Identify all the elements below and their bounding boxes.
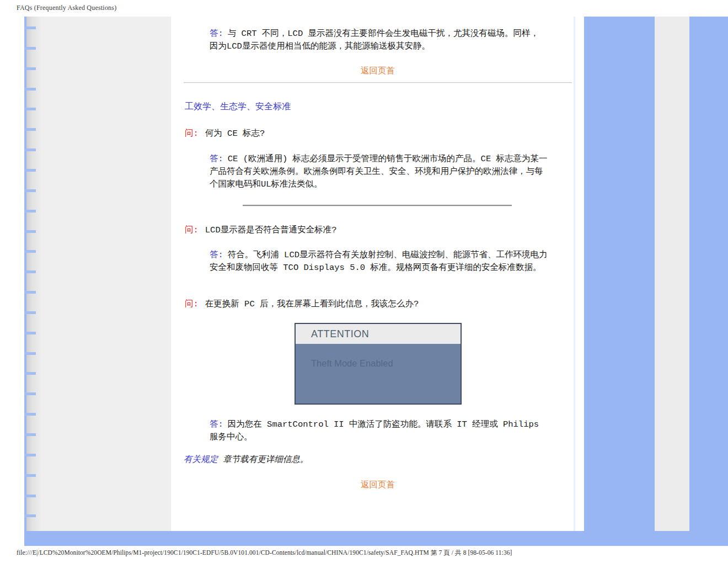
sidebar-link-placeholder[interactable] — [24, 26, 36, 29]
sidebar-link-placeholder[interactable] — [24, 372, 36, 375]
question-label: 问: — [185, 129, 199, 139]
back-to-top-link[interactable]: 返回页首 — [184, 479, 572, 492]
answer-label: 答: — [210, 154, 223, 164]
question-text: 在更换新 PC 后，我在屏幕上看到此信息，我该怎么办? — [205, 299, 419, 309]
sidebar-link-placeholder[interactable] — [24, 250, 36, 253]
question-text: LCD显示器是否符合普通安全标准? — [205, 225, 337, 235]
dialog-body: Theft Mode Enabled — [296, 344, 461, 403]
answer-label: 答: — [210, 29, 223, 39]
page-title: FAQs (Frequently Asked Questions) — [17, 4, 116, 12]
status-bar: file:///E|/LCD%20Monitor%20OEM/Philips/M… — [17, 549, 722, 557]
sidebar-link-placeholder[interactable] — [24, 392, 36, 395]
sidebar-link-placeholder[interactable] — [24, 495, 36, 497]
regulation-note: 有关规定 章节载有更详细信息。 — [184, 454, 559, 466]
main-content: 答:与 CRT 不同，LCD 显示器没有主要部件会生发电磁干扰，尤其没有磁场。同… — [184, 17, 572, 531]
answer-text: CE (欧洲通用) 标志必须显示于受管理的销售于欧洲市场的产品。CE 标志意为某… — [210, 154, 548, 189]
sidebar-link-placeholder[interactable] — [24, 148, 36, 151]
sidebar-link-placeholder[interactable] — [24, 413, 36, 416]
attention-dialog-image: ATTENTION Theft Mode Enabled — [295, 323, 462, 405]
sidebar-link-placeholder[interactable] — [24, 210, 36, 213]
answer-emc: 答:与 CRT 不同，LCD 显示器没有主要部件会生发电磁干扰，尤其没有磁场。同… — [210, 28, 547, 53]
sidebar-link-placeholder[interactable] — [24, 108, 36, 110]
sidebar-link-placeholder[interactable] — [24, 454, 36, 456]
sidebar-link-placeholder[interactable] — [24, 311, 36, 314]
sidebar-link-placeholder[interactable] — [24, 433, 36, 436]
answer-text: 因为您在 SmartControl II 中激活了防盗功能。请联系 IT 经理或… — [210, 419, 539, 442]
regulation-note-text: 章节载有更详细信息。 — [218, 455, 308, 465]
horizontal-rule-short — [243, 205, 512, 206]
dialog-message: Theft Mode Enabled — [311, 357, 393, 370]
sidebar-link-placeholder[interactable] — [24, 67, 36, 70]
heading-link-ecology[interactable]: 生态学 — [220, 102, 247, 112]
question-label: 问: — [185, 225, 199, 235]
question-text: 何为 CE 标志? — [205, 129, 265, 139]
answer-text: 与 CRT 不同，LCD 显示器没有主要部件会生发电磁干扰，尤其没有磁场。同样，… — [210, 29, 539, 51]
sidebar-link-placeholder[interactable] — [24, 270, 36, 273]
sidebar — [24, 17, 171, 531]
right-gray-strip — [655, 17, 689, 531]
horizontal-rule — [184, 82, 572, 83]
question-ce: 问:何为 CE 标志? — [185, 128, 560, 140]
sidebar-link-placeholder[interactable] — [24, 189, 36, 192]
answer-safety: 答:符合。飞利浦 LCD显示器符合有关放射控制、电磁波控制、能源节省、工作环境电… — [210, 249, 549, 274]
question-safety: 问:LCD显示器是否符合普通安全标准? — [185, 224, 560, 237]
content-right-border — [574, 17, 575, 531]
regulation-link[interactable]: 有关规定 — [184, 455, 218, 465]
back-to-top-link[interactable]: 返回页首 — [184, 65, 572, 78]
answer-ce: 答:CE (欧洲通用) 标志必须显示于受管理的销售于欧洲市场的产品。CE 标志意… — [210, 153, 549, 191]
sidebar-link-placeholder[interactable] — [24, 169, 36, 172]
section-heading: 工效学、生态学、安全标准 — [185, 101, 291, 114]
right-edge-blue-bar — [689, 17, 728, 531]
answer-label: 答: — [210, 250, 223, 260]
sidebar-link-placeholder[interactable] — [24, 88, 36, 91]
answer-label: 答: — [210, 419, 223, 429]
sidebar-link-placeholder[interactable] — [24, 128, 36, 131]
sidebar-link-placeholder[interactable] — [24, 514, 36, 517]
bottom-blue-bar — [24, 531, 728, 546]
sidebar-link-placeholder[interactable] — [24, 474, 36, 477]
right-blue-bar — [584, 17, 655, 531]
sidebar-link-placeholder[interactable] — [24, 352, 36, 355]
sidebar-link-placeholder[interactable] — [24, 230, 36, 233]
heading-link-safety-standards[interactable]: 安全标准 — [255, 102, 291, 112]
sidebar-link-placeholder[interactable] — [24, 332, 36, 334]
heading-separator: 、 — [211, 102, 220, 112]
dialog-title: ATTENTION — [296, 324, 461, 344]
sidebar-link-placeholder[interactable] — [24, 291, 36, 294]
answer-theft-mode: 答:因为您在 SmartControl II 中激活了防盗功能。请联系 IT 经… — [210, 418, 543, 444]
heading-separator: 、 — [247, 102, 255, 112]
question-label: 问: — [185, 299, 199, 309]
sidebar-link-placeholder[interactable] — [24, 47, 36, 50]
heading-link-ergonomics[interactable]: 工效学 — [185, 102, 211, 112]
answer-text: 符合。飞利浦 LCD显示器符合有关放射控制、电磁波控制、能源节省、工作环境电力安… — [210, 250, 548, 273]
question-theft-mode: 问:在更换新 PC 后，我在屏幕上看到此信息，我该怎么办? — [185, 298, 560, 311]
